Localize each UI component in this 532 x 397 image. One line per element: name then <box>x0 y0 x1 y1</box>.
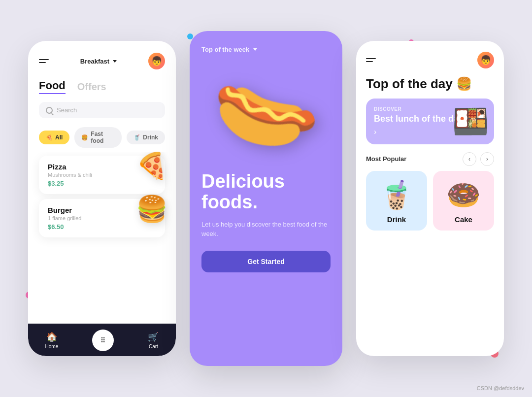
phone3-avatar: 👦 <box>477 52 494 68</box>
phone-top-of-day: 👦 Top of the day 🍔 Discover Best lunch o… <box>356 41 504 356</box>
cake-emoji: 🍩 <box>446 179 481 211</box>
nav-cart[interactable]: 🛒 Cart <box>148 331 159 349</box>
filter-all-icon: 🍕 <box>46 134 53 141</box>
discover-label: Discover <box>374 106 464 112</box>
food-item-pizza[interactable]: Pizza Mushrooms & chili $3.25 🍕 <box>39 156 165 194</box>
avatar: 👦 <box>148 53 165 69</box>
phone-food-list: Breakfast 👦 Food Offers Search 🍕 All 🍔 <box>28 41 176 356</box>
food-price-pizza: $3.25 <box>48 180 158 187</box>
search-placeholder: Search <box>57 106 77 114</box>
hero-title: Delicious foods. <box>201 171 331 213</box>
filter-drink[interactable]: 🥤 Drink <box>127 131 165 144</box>
location-selector[interactable]: Breakfast <box>80 58 117 65</box>
nav-cart-label: Cart <box>149 344 158 349</box>
discover-text: Best lunch of the day <box>374 114 464 125</box>
most-popular-header: Most Popular ‹ › <box>366 152 494 166</box>
menu-dots-icon: ⠿ <box>100 336 105 344</box>
sushi-emoji: 🍱 <box>452 104 489 139</box>
nav-arrows: ‹ › <box>463 152 494 166</box>
filter-row: 🍕 All 🍔 Fast food 🥤 Drink <box>28 123 176 152</box>
nav-home-label: Home <box>45 344 59 349</box>
filter-fastfood-label: Fast food <box>91 131 115 144</box>
discover-arrow-icon[interactable]: › <box>374 128 464 136</box>
food-emoji-burger: 🍔 <box>136 194 168 224</box>
phone1-header: Breakfast 👦 <box>28 41 176 74</box>
phone2-content: Delicious foods. Let us help you discove… <box>201 171 331 272</box>
hotdog-emoji: 🌭 <box>204 52 328 172</box>
search-icon <box>46 107 53 114</box>
category-drink[interactable]: 🧋 Drink <box>366 171 427 231</box>
discover-card[interactable]: Discover Best lunch of the day › 🍱 <box>366 99 494 144</box>
discover-card-content: Discover Best lunch of the day › <box>374 106 464 136</box>
top-week-selector[interactable]: Top of the week <box>201 46 257 53</box>
food-item-burger[interactable]: Burger 1 flame grilled $6.50 🍔 <box>39 199 165 237</box>
food-price-burger: $6.50 <box>48 223 158 231</box>
top-day-title: Top of the day 🍔 <box>366 76 494 92</box>
phone3-header: 👦 <box>366 52 494 68</box>
hero-description: Let us help you discover the best food o… <box>201 220 331 239</box>
top-week-chevron-icon <box>253 48 257 51</box>
most-popular-label: Most Popular <box>366 155 406 163</box>
nav-home[interactable]: 🏠 Home <box>45 331 59 349</box>
prev-arrow-button[interactable]: ‹ <box>463 152 476 166</box>
category-grid: 🧋 Drink 🍩 Cake <box>366 171 494 231</box>
nav-menu-center[interactable]: ⠿ <box>92 330 114 351</box>
filter-all[interactable]: 🍕 All <box>39 131 69 144</box>
cart-icon: 🛒 <box>148 331 159 342</box>
food-list: Pizza Mushrooms & chili $3.25 🍕 Burger 1… <box>28 152 176 324</box>
tab-offers[interactable]: Offers <box>77 81 106 93</box>
location-label: Breakfast <box>80 58 109 65</box>
cake-label: Cake <box>455 215 472 224</box>
phone-hero: Top of the week 🌭 Delicious foods. Let u… <box>190 31 342 366</box>
phone3-hamburger-icon[interactable] <box>366 58 376 62</box>
home-icon: 🏠 <box>46 331 57 342</box>
category-cake[interactable]: 🍩 Cake <box>433 171 494 231</box>
chevron-down-icon <box>113 60 117 63</box>
phone2-header: Top of the week <box>201 46 331 53</box>
drink-label: Drink <box>387 215 406 224</box>
filter-fastfood-icon: 🍔 <box>81 134 88 141</box>
filter-all-label: All <box>55 134 63 141</box>
food-emoji-pizza: 🍕 <box>136 152 168 181</box>
filter-drink-icon: 🥤 <box>133 134 140 141</box>
hotdog-image-area: 🌭 <box>201 53 331 171</box>
get-started-button[interactable]: Get Started <box>201 251 331 272</box>
watermark: CSDN @defdsddev <box>477 385 524 391</box>
drink-emoji: 🧋 <box>379 179 414 211</box>
next-arrow-button[interactable]: › <box>480 152 494 166</box>
search-bar[interactable]: Search <box>39 102 165 118</box>
filter-fastfood[interactable]: 🍔 Fast food <box>74 127 122 148</box>
filter-drink-label: Drink <box>143 134 158 141</box>
tab-bar: Food Offers <box>28 74 176 97</box>
top-week-text: Top of the week <box>201 46 249 53</box>
hamburger-menu-icon[interactable] <box>39 59 49 63</box>
tab-food[interactable]: Food <box>39 79 66 94</box>
phones-container: Breakfast 👦 Food Offers Search 🍕 All 🍔 <box>0 0 532 397</box>
bottom-nav: 🏠 Home ⠿ 🛒 Cart <box>28 324 176 356</box>
